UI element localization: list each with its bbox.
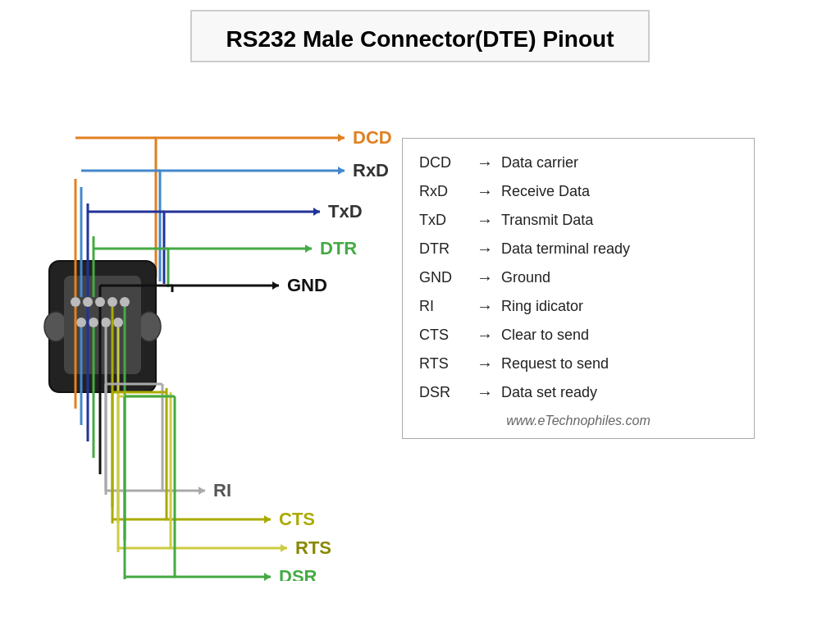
legend-description: Ground xyxy=(501,269,737,286)
page-title: RS232 Male Connector(DTE) Pinout xyxy=(190,10,650,62)
svg-point-19 xyxy=(44,312,67,341)
svg-marker-14 xyxy=(281,544,287,552)
legend-description: Data set ready xyxy=(501,384,737,401)
legend-abbr: DTR xyxy=(419,240,468,258)
legend-arrow-icon: → xyxy=(468,153,501,172)
legend-description: Data terminal ready xyxy=(501,240,737,258)
legend-row: DCD→Data carrier xyxy=(419,149,737,177)
legend-arrow-icon: → xyxy=(468,211,501,230)
svg-point-24 xyxy=(95,297,105,307)
legend-arrow-icon: → xyxy=(468,354,501,373)
svg-marker-10 xyxy=(199,487,205,495)
website-label: www.eTechnophiles.com xyxy=(419,414,737,428)
svg-marker-12 xyxy=(264,515,271,523)
svg-text:RxD: RxD xyxy=(353,160,389,181)
svg-point-27 xyxy=(76,318,86,327)
legend-row: CTS→Clear to send xyxy=(419,321,737,350)
svg-text:DTR: DTR xyxy=(320,238,357,258)
legend-abbr: RTS xyxy=(419,355,468,373)
svg-point-30 xyxy=(113,318,123,327)
legend-description: Receive Data xyxy=(501,183,737,200)
legend-abbr: TxD xyxy=(419,212,468,229)
svg-marker-16 xyxy=(264,573,271,581)
svg-point-28 xyxy=(89,318,98,327)
legend-arrow-icon: → xyxy=(468,326,501,345)
svg-marker-4 xyxy=(313,208,320,216)
legend-description: Clear to send xyxy=(501,327,737,344)
svg-text:RI: RI xyxy=(213,480,231,501)
svg-point-29 xyxy=(101,318,111,327)
legend-row: RI→Ring idicator xyxy=(419,292,737,321)
legend-abbr: GND xyxy=(419,269,468,286)
svg-text:CTS: CTS xyxy=(279,509,315,529)
legend-description: Request to send xyxy=(501,355,737,373)
svg-text:GND: GND xyxy=(287,275,327,295)
svg-marker-2 xyxy=(338,167,345,175)
legend-abbr: RI xyxy=(419,298,468,315)
svg-marker-0 xyxy=(338,134,345,142)
legend-arrow-icon: → xyxy=(468,297,501,316)
legend-abbr: CTS xyxy=(419,327,468,344)
connector-diagram: DCD RxD TxD DTR GND RI CTS xyxy=(16,72,394,581)
legend-row: TxD→Transmit Data xyxy=(419,206,737,235)
legend-abbr: DSR xyxy=(419,384,468,401)
svg-point-25 xyxy=(107,297,117,307)
legend-row: DTR→Data terminal ready xyxy=(419,235,737,263)
svg-point-23 xyxy=(83,297,93,307)
legend-arrow-icon: → xyxy=(468,383,501,402)
legend-row: RTS→Request to send xyxy=(419,350,737,378)
legend-description: Data carrier xyxy=(501,154,737,171)
legend-box: DCD→Data carrierRxD→Receive DataTxD→Tran… xyxy=(402,138,755,439)
legend-row: GND→Ground xyxy=(419,263,737,292)
legend-row: RxD→Receive Data xyxy=(419,177,737,206)
svg-text:TxD: TxD xyxy=(328,201,363,222)
legend-description: Ring idicator xyxy=(501,298,737,315)
svg-point-20 xyxy=(138,312,161,341)
svg-point-26 xyxy=(120,297,130,307)
svg-text:DCD: DCD xyxy=(353,127,392,148)
legend-arrow-icon: → xyxy=(468,268,501,287)
legend-description: Transmit Data xyxy=(501,212,737,229)
svg-point-22 xyxy=(71,297,80,307)
svg-marker-8 xyxy=(272,281,279,290)
svg-text:RTS: RTS xyxy=(295,537,331,558)
legend-abbr: RxD xyxy=(419,183,468,200)
svg-marker-6 xyxy=(305,245,312,253)
legend-abbr: DCD xyxy=(419,154,468,171)
svg-text:DSR: DSR xyxy=(279,566,317,581)
legend-arrow-icon: → xyxy=(468,240,501,258)
legend-arrow-icon: → xyxy=(468,182,501,201)
legend-row: DSR→Data set ready xyxy=(419,378,737,407)
